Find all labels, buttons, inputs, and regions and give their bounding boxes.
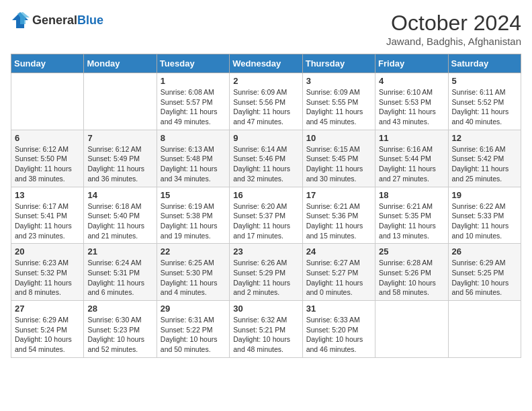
day-info: Sunrise: 6:20 AMSunset: 5:37 PMDaylight:… <box>233 201 298 241</box>
day-number: 24 <box>306 246 371 257</box>
calendar-cell: 17Sunrise: 6:21 AMSunset: 5:36 PMDayligh… <box>302 187 375 244</box>
calendar-week-row: 6Sunrise: 6:12 AMSunset: 5:50 PMDaylight… <box>11 130 521 187</box>
day-number: 14 <box>87 190 152 200</box>
day-number: 4 <box>379 76 444 86</box>
day-number: 3 <box>306 76 371 86</box>
page-header: GeneralBlue October 2024 Jawand, Badghis… <box>11 11 521 47</box>
day-number: 13 <box>15 190 80 200</box>
day-number: 9 <box>233 133 298 143</box>
day-info: Sunrise: 6:33 AMSunset: 5:20 PMDaylight:… <box>306 315 371 355</box>
day-number: 15 <box>161 190 226 200</box>
calendar-cell: 8Sunrise: 6:13 AMSunset: 5:48 PMDaylight… <box>157 130 229 187</box>
day-info: Sunrise: 6:14 AMSunset: 5:46 PMDaylight:… <box>233 144 298 184</box>
calendar-cell: 14Sunrise: 6:18 AMSunset: 5:40 PMDayligh… <box>84 187 157 244</box>
weekday-header-saturday: Saturday <box>448 54 521 73</box>
day-info: Sunrise: 6:27 AMSunset: 5:27 PMDaylight:… <box>306 258 371 298</box>
day-info: Sunrise: 6:09 AMSunset: 5:55 PMDaylight:… <box>306 87 371 127</box>
logo-icon <box>11 11 30 30</box>
calendar-cell: 26Sunrise: 6:29 AMSunset: 5:25 PMDayligh… <box>448 244 521 301</box>
calendar-cell: 2Sunrise: 6:09 AMSunset: 5:56 PMDaylight… <box>230 73 302 130</box>
calendar-cell: 5Sunrise: 6:11 AMSunset: 5:52 PMDaylight… <box>448 73 521 130</box>
day-info: Sunrise: 6:15 AMSunset: 5:45 PMDaylight:… <box>306 144 371 184</box>
day-number: 29 <box>161 304 226 314</box>
calendar-cell: 27Sunrise: 6:29 AMSunset: 5:24 PMDayligh… <box>11 301 84 358</box>
calendar-week-row: 27Sunrise: 6:29 AMSunset: 5:24 PMDayligh… <box>11 301 521 358</box>
calendar-cell: 18Sunrise: 6:21 AMSunset: 5:35 PMDayligh… <box>375 187 448 244</box>
day-number: 2 <box>233 76 298 86</box>
day-number: 6 <box>15 133 80 143</box>
day-number: 31 <box>306 304 371 314</box>
day-info: Sunrise: 6:13 AMSunset: 5:48 PMDaylight:… <box>161 144 226 184</box>
calendar-cell: 31Sunrise: 6:33 AMSunset: 5:20 PMDayligh… <box>302 301 375 358</box>
title-block: October 2024 Jawand, Badghis, Afghanista… <box>386 11 521 47</box>
calendar-cell: 16Sunrise: 6:20 AMSunset: 5:37 PMDayligh… <box>230 187 302 244</box>
day-number: 12 <box>452 133 517 143</box>
calendar-week-row: 20Sunrise: 6:23 AMSunset: 5:32 PMDayligh… <box>11 244 521 301</box>
weekday-header-sunday: Sunday <box>11 54 84 73</box>
calendar-cell: 28Sunrise: 6:30 AMSunset: 5:23 PMDayligh… <box>84 301 157 358</box>
day-info: Sunrise: 6:16 AMSunset: 5:42 PMDaylight:… <box>452 144 517 184</box>
day-info: Sunrise: 6:22 AMSunset: 5:33 PMDaylight:… <box>452 201 517 241</box>
calendar-cell: 29Sunrise: 6:31 AMSunset: 5:22 PMDayligh… <box>157 301 229 358</box>
location-subtitle: Jawand, Badghis, Afghanistan <box>386 36 521 47</box>
calendar-cell: 3Sunrise: 6:09 AMSunset: 5:55 PMDaylight… <box>302 73 375 130</box>
day-info: Sunrise: 6:19 AMSunset: 5:38 PMDaylight:… <box>161 201 226 241</box>
day-info: Sunrise: 6:08 AMSunset: 5:57 PMDaylight:… <box>161 87 226 127</box>
logo: GeneralBlue <box>11 11 103 30</box>
calendar-cell: 6Sunrise: 6:12 AMSunset: 5:50 PMDaylight… <box>11 130 84 187</box>
day-info: Sunrise: 6:26 AMSunset: 5:29 PMDaylight:… <box>233 258 298 298</box>
day-info: Sunrise: 6:32 AMSunset: 5:21 PMDaylight:… <box>233 315 298 355</box>
day-info: Sunrise: 6:17 AMSunset: 5:41 PMDaylight:… <box>15 201 80 241</box>
weekday-header-tuesday: Tuesday <box>157 54 229 73</box>
day-number: 22 <box>161 246 226 257</box>
calendar-cell <box>448 301 521 358</box>
calendar-cell: 1Sunrise: 6:08 AMSunset: 5:57 PMDaylight… <box>157 73 229 130</box>
calendar-table: SundayMondayTuesdayWednesdayThursdayFrid… <box>11 54 521 358</box>
day-number: 30 <box>233 304 298 314</box>
day-number: 1 <box>161 76 226 86</box>
calendar-cell: 23Sunrise: 6:26 AMSunset: 5:29 PMDayligh… <box>230 244 302 301</box>
day-number: 5 <box>452 76 517 86</box>
day-number: 7 <box>87 133 152 143</box>
weekday-header-friday: Friday <box>375 54 448 73</box>
calendar-cell: 11Sunrise: 6:16 AMSunset: 5:44 PMDayligh… <box>375 130 448 187</box>
day-number: 23 <box>233 246 298 257</box>
day-number: 21 <box>87 246 152 257</box>
day-number: 11 <box>379 133 444 143</box>
day-info: Sunrise: 6:30 AMSunset: 5:23 PMDaylight:… <box>87 315 152 355</box>
day-number: 20 <box>15 246 80 257</box>
day-info: Sunrise: 6:29 AMSunset: 5:25 PMDaylight:… <box>452 258 517 298</box>
logo-blue: Blue <box>77 13 103 27</box>
day-info: Sunrise: 6:24 AMSunset: 5:31 PMDaylight:… <box>87 258 152 298</box>
day-info: Sunrise: 6:12 AMSunset: 5:50 PMDaylight:… <box>15 144 80 184</box>
day-info: Sunrise: 6:21 AMSunset: 5:36 PMDaylight:… <box>306 201 371 241</box>
calendar-week-row: 1Sunrise: 6:08 AMSunset: 5:57 PMDaylight… <box>11 73 521 130</box>
calendar-cell: 21Sunrise: 6:24 AMSunset: 5:31 PMDayligh… <box>84 244 157 301</box>
weekday-header-wednesday: Wednesday <box>230 54 302 73</box>
day-number: 25 <box>379 246 444 257</box>
calendar-cell <box>84 73 157 130</box>
day-info: Sunrise: 6:28 AMSunset: 5:26 PMDaylight:… <box>379 258 444 298</box>
day-info: Sunrise: 6:12 AMSunset: 5:49 PMDaylight:… <box>87 144 152 184</box>
month-year-title: October 2024 <box>386 11 521 36</box>
calendar-cell: 15Sunrise: 6:19 AMSunset: 5:38 PMDayligh… <box>157 187 229 244</box>
calendar-cell: 10Sunrise: 6:15 AMSunset: 5:45 PMDayligh… <box>302 130 375 187</box>
calendar-header-row: SundayMondayTuesdayWednesdayThursdayFrid… <box>11 54 521 73</box>
day-info: Sunrise: 6:23 AMSunset: 5:32 PMDaylight:… <box>15 258 80 298</box>
day-info: Sunrise: 6:09 AMSunset: 5:56 PMDaylight:… <box>233 87 298 127</box>
day-number: 8 <box>161 133 226 143</box>
day-number: 27 <box>15 304 80 314</box>
calendar-cell: 22Sunrise: 6:25 AMSunset: 5:30 PMDayligh… <box>157 244 229 301</box>
day-number: 10 <box>306 133 371 143</box>
calendar-cell: 4Sunrise: 6:10 AMSunset: 5:53 PMDaylight… <box>375 73 448 130</box>
calendar-cell: 12Sunrise: 6:16 AMSunset: 5:42 PMDayligh… <box>448 130 521 187</box>
calendar-cell: 20Sunrise: 6:23 AMSunset: 5:32 PMDayligh… <box>11 244 84 301</box>
calendar-cell: 7Sunrise: 6:12 AMSunset: 5:49 PMDaylight… <box>84 130 157 187</box>
weekday-header-thursday: Thursday <box>302 54 375 73</box>
day-info: Sunrise: 6:10 AMSunset: 5:53 PMDaylight:… <box>379 87 444 127</box>
day-number: 17 <box>306 190 371 200</box>
calendar-cell: 24Sunrise: 6:27 AMSunset: 5:27 PMDayligh… <box>302 244 375 301</box>
calendar-cell: 9Sunrise: 6:14 AMSunset: 5:46 PMDaylight… <box>230 130 302 187</box>
calendar-cell <box>375 301 448 358</box>
logo-general: General <box>32 13 77 27</box>
